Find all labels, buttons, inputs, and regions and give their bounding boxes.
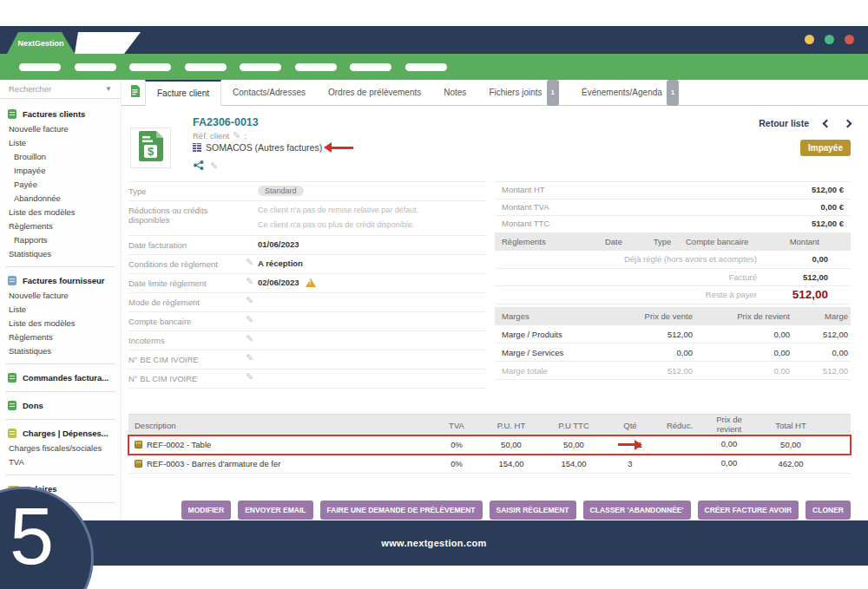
edit-pencil-icon[interactable]: ✎ [246,316,253,324]
item-qty: 1 [606,440,654,449]
margin-label: Marge / Services [495,348,593,357]
detail-row-incoterms: Incoterms✎ [128,331,486,350]
tab-facture-client[interactable]: Facture client [145,80,221,106]
header-total-ht: Total HT [753,421,828,430]
sidebar-section-dons[interactable]: Dons [0,397,121,414]
edit-pencil-icon[interactable]: ✎ [246,354,253,362]
sidebar-item-tva[interactable]: TVA [0,455,121,469]
nav-menu-pill[interactable] [350,63,391,71]
supplier-invoices-icon [8,276,16,285]
sidebar-item-règlements[interactable]: Règlements [0,330,121,344]
edit-client-pencil-icon[interactable]: ✎ [210,162,218,170]
créer-facture-avoir-button[interactable]: CRÉER FACTURE AVOIR [698,501,799,520]
payment-summary-label: Reste à payer [495,290,773,299]
item-tva: 0% [432,440,481,449]
sidebar-item-payée[interactable]: Payée [0,178,121,192]
item-description-text: REF-0002 - Table [147,440,211,449]
orders-icon [8,373,16,383]
tab-label: Contacts/Adresses [233,81,306,105]
sidebar-section-factures-fournisseur[interactable]: Factures fournisseur [0,272,121,289]
nav-menu-pill[interactable] [75,63,116,71]
margins-header-prix-revient: Prix de revient [693,311,790,321]
sidebar-item-brouillon[interactable]: Brouillon [0,150,121,164]
nav-menu-pill[interactable] [240,63,281,71]
edit-pencil-icon[interactable]: ✎ [246,335,253,343]
edit-ref-pencil-icon[interactable]: ✎ [233,132,240,140]
retour-liste-link[interactable]: Retour liste [759,118,809,128]
envoyer-email-button[interactable]: ENVOYER EMAIL [238,501,312,520]
tab-ordres-de-prélèvements[interactable]: Ordres de prélèvements [317,80,432,105]
sidebar-section-factures-clients[interactable]: Factures clients [0,106,121,122]
header-reduc: Réduc. [654,421,705,430]
sidebar-item-nouvelle-facture[interactable]: Nouvelle facture [0,122,121,136]
detail-label: Conditions de règlement [128,259,246,269]
detail-row-n-be-cim-ivoire: N° BE CIM IVOIRE✎ [128,350,486,370]
margin-marge: 512,00 [790,330,851,339]
payments-header: Règlements Date Type Compte bancaire Mon… [495,232,851,251]
sidebar-item-liste[interactable]: Liste [0,303,121,317]
tab-label: Événements/Agenda [582,81,662,105]
muted-note: Ce client n'a pas de remise relative par… [258,205,486,216]
tab-notes[interactable]: Notes [432,80,477,105]
item-pu-ht: 154,00 [481,459,542,468]
sidebar-item-règlements[interactable]: Règlements [0,219,121,233]
sidebar-item-liste-des-modèles[interactable]: Liste des modèles [0,206,121,219]
margin-prix-vente: 0,00 [593,348,693,357]
nav-menu-pill[interactable] [295,63,337,71]
item-pu-ttc: 50,00 [542,440,606,449]
cloner-button[interactable]: CLONER [806,501,851,520]
nav-menu-pill[interactable] [19,63,61,71]
nav-menu-pill[interactable] [405,63,447,71]
sidebar-item-abandonnée[interactable]: Abandonnée [0,192,121,206]
chevron-left-icon[interactable] [823,119,832,128]
tab-fichiers-joints[interactable]: Fichiers joints1 [477,80,570,105]
edit-pencil-icon[interactable]: ✎ [246,297,253,304]
tab-contacts-adresses[interactable]: Contacts/Adresses [221,80,317,105]
modifier-button[interactable]: MODIFIER [181,501,232,520]
red-dot[interactable] [845,35,854,44]
sidebar-section-charges-dépenses[interactable]: Charges | Dépenses... [0,425,121,442]
client-ref-label: Réf. client [193,131,229,141]
nav-menu-pill[interactable] [129,63,171,71]
sidebar-item-rapports[interactable]: Rapports [0,233,121,247]
sidebar-item-impayée[interactable]: Impayée [0,164,121,178]
margins-header-prix-vente: Prix de vente [593,311,693,321]
sidebar-item-liste-des-modèles[interactable]: Liste des modèles [0,317,121,330]
sidebar-item-nouvelle-facture[interactable]: Nouvelle facture [0,289,121,303]
status-badge: Impayée [800,140,851,156]
footer-url: www.nextgestion.com [381,538,486,548]
payments-header-montant: Montant [776,237,851,246]
sidebar-item-statistiques[interactable]: Statistiques [0,344,121,358]
app-window: NextGestion Rechercher ▼ Factures client… [0,0,868,589]
classer-abandonnée-button[interactable]: CLASSER 'ABANDONNÉE' [583,501,691,520]
detail-value: 01/06/2023 [246,239,486,249]
red-arrow-left-annotation [332,147,353,149]
edit-pencil-icon[interactable]: ✎ [246,373,253,381]
amount-row-montant-ttc: Montant TTC512,00 € [495,216,851,233]
muted-note: Ce client n'a pas ou plus de crédit disp… [258,219,486,231]
tab-événements-agenda[interactable]: Événements/Agenda1 [570,80,690,105]
yellow-dot[interactable] [805,35,814,44]
sidebar-section-commandes-factura[interactable]: Commandes factura... [0,370,121,386]
nav-menu-pill[interactable] [185,63,227,71]
item-prix-revient: 0,00 [705,440,753,449]
app-logo[interactable]: NextGestion [7,32,75,54]
sidebar-item-liste[interactable]: Liste [0,136,121,150]
sidebar-item-statistiques[interactable]: Statistiques [0,247,121,261]
edit-pencil-icon[interactable]: ✎ [246,278,253,285]
relations-icon[interactable] [193,158,204,173]
saisir-règlement-button[interactable]: SAISIR RÈGLEMENT [490,501,576,520]
green-dot[interactable] [825,35,834,44]
line-item-row[interactable]: REF-0002 - Table0%50,0050,0010,0050,00 [128,435,851,455]
client-name-link[interactable]: SOMACOS (Autres factures) [206,142,322,153]
chevron-down-icon[interactable]: ▼ [105,85,112,93]
product-icon [135,441,142,448]
chevron-right-icon[interactable] [844,119,852,128]
tab-count-badge: 1 [547,80,559,106]
sidebar-item-charges-fiscales-sociales[interactable]: Charges fiscales/sociales [0,442,121,455]
item-total-ht: 462,00 [753,459,828,468]
faire-une-demande-de-prélèvement-button[interactable]: FAIRE UNE DEMANDE DE PRÉLÈVEMENT [320,501,483,520]
line-item-row[interactable]: REF-0003 - Barres d'armature de fer0%154… [128,455,851,474]
search-input[interactable]: Rechercher ▼ [0,80,121,99]
edit-pencil-icon[interactable]: ✎ [246,259,253,266]
